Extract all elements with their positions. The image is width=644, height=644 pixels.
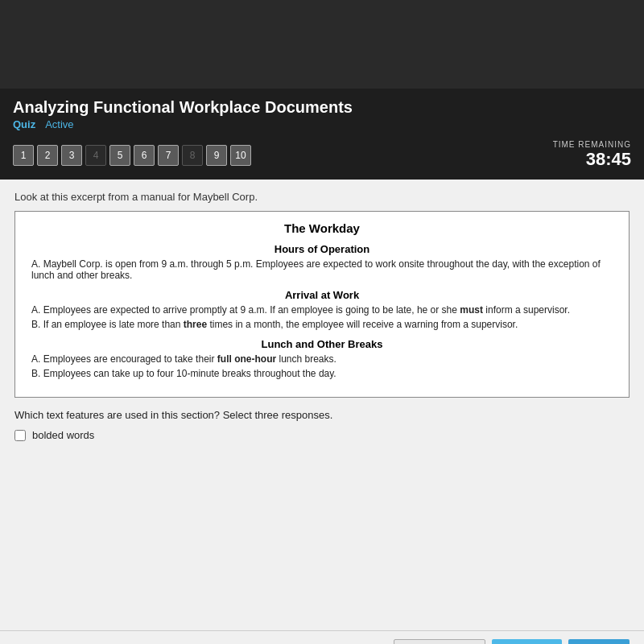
question-num-8[interactable]: 8 [182,145,203,166]
doc-item-lunch-a: A. Employees are encouraged to take thei… [28,353,616,365]
question-num-3[interactable]: 3 [61,145,82,166]
question-num-5[interactable]: 5 [109,145,130,166]
timer-section: TIME REMAINING 38:45 [553,140,631,170]
bottom-bar: Mark this and return Save and Exit Next … [0,630,644,644]
bottom-buttons: Save and Exit Next ► Submit [394,639,630,644]
save-exit-button[interactable]: Save and Exit [394,639,485,644]
document-main-title: The Workday [28,221,616,235]
doc-section-title-arrival: Arrival at Work [28,289,616,301]
timer-label: TIME REMAINING [553,140,631,149]
question-number-nav: 1 2 3 4 5 6 7 8 9 10 [13,145,251,166]
doc-item-arrival-a: A. Employees are expected to arrive prom… [28,304,616,316]
timer-value: 38:45 [553,149,631,170]
question-num-4[interactable]: 4 [85,145,106,166]
question-num-6[interactable]: 6 [134,145,155,166]
question-num-1[interactable]: 1 [13,145,34,166]
excerpt-label: Look at this excerpt from a manual for M… [14,191,630,203]
doc-item-lunch-b: B. Employees can take up to four 10-minu… [28,368,616,379]
doc-section-lunch: Lunch and Other Breaks A. Employees are … [28,338,616,379]
doc-section-title-lunch: Lunch and Other Breaks [28,338,616,350]
question-num-2[interactable]: 2 [37,145,58,166]
question-num-10[interactable]: 10 [230,145,251,166]
answer-checkbox-bolded-words[interactable] [14,430,26,441]
document-box: The Workday Hours of Operation A. Maybel… [14,211,630,398]
answer-label-bolded-words: bolded words [32,429,94,441]
question-text: Which text features are used in this sec… [14,409,630,421]
question-num-9[interactable]: 9 [206,145,227,166]
page-title: Analyzing Functional Workplace Documents [13,98,631,117]
doc-section-arrival: Arrival at Work A. Employees are expecte… [28,289,616,330]
doc-item-hours-a: A. Maybell Corp. is open from 9 a.m. thr… [28,258,616,281]
quiz-status: Active [45,118,73,130]
next-button[interactable]: Next ► [492,639,562,644]
doc-item-arrival-b: B. If an employee is late more than thre… [28,319,616,330]
quiz-label: Quiz [13,118,35,130]
doc-section-hours: Hours of Operation A. Maybell Corp. is o… [28,243,616,281]
answer-option-bolded-words[interactable]: bolded words [14,429,630,441]
doc-section-title-hours: Hours of Operation [28,243,616,255]
submit-button[interactable]: Submit [568,639,630,644]
question-num-7[interactable]: 7 [158,145,179,166]
